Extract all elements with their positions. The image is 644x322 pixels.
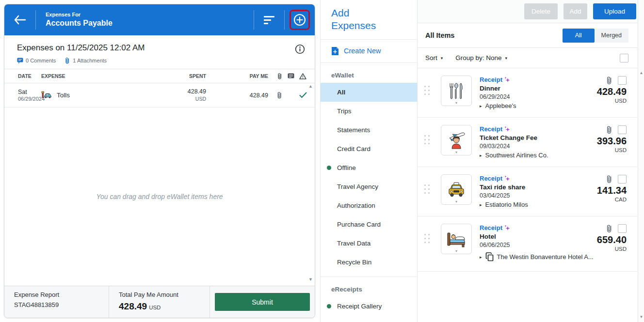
expense-type-selector[interactable]: ▾ xyxy=(441,125,472,155)
chevron-down-icon: ▾ xyxy=(441,56,443,61)
report-date-title: Expenses on 11/25/2025 12:02 AM xyxy=(17,43,145,53)
vendor-name: Applebee's xyxy=(485,102,516,109)
spent-amount: 428.49 xyxy=(162,88,206,96)
toggle-all[interactable]: All xyxy=(563,29,595,43)
paperclip-icon xyxy=(606,224,613,233)
green-status-dot xyxy=(327,166,331,170)
item-vendor-expander[interactable]: ▸ The Westin Bonaventure Hotel A... xyxy=(480,252,594,261)
item-vendor-expander[interactable]: ▸ Estiatorio Milos xyxy=(480,201,528,208)
chevron-right-icon: ▸ xyxy=(480,255,482,260)
upload-button[interactable]: Upload xyxy=(593,3,636,19)
report-footer: Expense Report STAG48813859 Total Pay Me… xyxy=(4,286,315,318)
document-plus-icon xyxy=(331,46,339,56)
expense-type-selector[interactable]: ▾ xyxy=(441,76,472,106)
back-button[interactable] xyxy=(4,15,35,25)
toggle-merged[interactable]: Merged xyxy=(595,29,628,43)
all-merged-toggle: All Merged xyxy=(563,29,628,43)
receipt-link[interactable]: Receipt xyxy=(480,175,528,182)
report-header: Expenses For Accounts Payable xyxy=(4,4,315,35)
expense-report-id: STAG48813859 xyxy=(14,301,109,308)
paperclip-icon xyxy=(606,76,613,85)
delete-button[interactable]: Delete xyxy=(524,3,558,19)
items-toolbar: Delete Add Upload xyxy=(418,0,644,23)
item-date: 06/06/2025 xyxy=(480,242,594,248)
sort-dropdown[interactable]: Sort ▾ xyxy=(425,54,443,61)
scroll-down-arrow[interactable]: ▼ xyxy=(639,315,644,319)
receipt-link[interactable]: Receipt xyxy=(480,224,594,231)
plus-circle-icon xyxy=(292,13,307,27)
copy-icon xyxy=(485,252,494,261)
chevron-down-icon: ▾ xyxy=(455,249,457,253)
airplane-traveler-icon xyxy=(447,131,466,150)
receipt-item-ticket-change-fee[interactable]: ▾ Receipt Ticket Change Fee 09/03/2024 ▸… xyxy=(418,118,637,167)
item-checkbox[interactable] xyxy=(618,125,627,134)
report-body: Expenses on 11/25/2025 12:02 AM 0 Commen… xyxy=(4,35,315,286)
drag-handle-icon[interactable] xyxy=(424,135,430,144)
spent-currency: USD xyxy=(162,96,206,102)
submit-button[interactable]: Submit xyxy=(215,293,310,311)
paperclip-icon xyxy=(606,175,613,184)
sidebar-item-recycle-bin[interactable]: Recycle Bin xyxy=(321,253,417,272)
item-amount: 393.96 xyxy=(597,136,627,147)
back-arrow-icon xyxy=(14,15,26,25)
drag-handle-icon[interactable] xyxy=(424,234,430,243)
item-vendor-expander[interactable]: ▸ Applebee's xyxy=(480,102,516,109)
attachments-count[interactable]: 1 Attachments xyxy=(64,57,107,64)
info-icon[interactable] xyxy=(295,44,305,54)
receipt-item-dinner[interactable]: ▾ Receipt Dinner 06/29/2024 ▸ Applebee's xyxy=(418,68,637,118)
sidebar-item-offline[interactable]: Offline xyxy=(321,158,417,177)
sidebar-item-receipt-gallery[interactable]: Receipt Gallery xyxy=(321,297,417,316)
item-vendor-expander[interactable]: ▸ Southwest Airlines Co. xyxy=(480,152,548,159)
row-attachment-icon[interactable] xyxy=(276,92,283,99)
create-new-button[interactable]: Create New xyxy=(321,40,417,62)
total-payme-label: Total Pay Me Amount xyxy=(119,291,209,298)
expense-date: 06/29/2024 xyxy=(18,96,41,102)
scroll-down-arrow[interactable]: ▼ xyxy=(308,277,313,282)
add-expenses-title: Add Expenses xyxy=(321,0,393,39)
receipt-link[interactable]: Receipt xyxy=(480,125,548,133)
item-currency: USD xyxy=(597,147,627,153)
item-checkbox[interactable] xyxy=(618,76,627,85)
item-date: 03/04/2025 xyxy=(480,192,528,199)
receipt-item-hotel[interactable]: ▾ Receipt Hotel 06/06/2025 ▸ The Westin … xyxy=(418,216,637,272)
create-new-label: Create New xyxy=(344,47,381,55)
drag-handle-icon[interactable] xyxy=(424,184,430,194)
group-by-dropdown[interactable]: Group by: None ▾ xyxy=(455,54,507,61)
expense-type-selector[interactable]: ▾ xyxy=(441,224,472,254)
item-checkbox[interactable] xyxy=(618,175,627,184)
sidebar-item-all[interactable]: All xyxy=(321,83,417,102)
receipt-link[interactable]: Receipt xyxy=(480,76,516,83)
sidebar-item-statements[interactable]: Statements xyxy=(321,121,417,139)
item-title: Hotel xyxy=(480,233,594,240)
item-amount: 659.40 xyxy=(597,234,627,245)
sidebar-item-travel-data[interactable]: Travel Data xyxy=(321,234,417,253)
comments-count[interactable]: 0 Comments xyxy=(17,58,56,63)
report-header-title: Accounts Payable xyxy=(46,18,254,29)
sidebar-item-travel-agency[interactable]: Travel Agency xyxy=(321,177,417,196)
green-status-dot xyxy=(327,304,331,308)
receipt-item-taxi-ride-share[interactable]: ▾ Receipt Taxi ride share 03/04/2025 ▸ E… xyxy=(418,167,637,216)
add-expense-button[interactable] xyxy=(285,4,315,35)
sidebar-item-trips[interactable]: Trips xyxy=(321,102,417,121)
items-scrollbar[interactable]: ▲ ▼ xyxy=(638,0,644,322)
sidebar-item-authorization[interactable]: Authorization xyxy=(321,196,417,215)
sidebar-item-credit-card[interactable]: Credit Card xyxy=(321,139,417,158)
expense-type-selector[interactable]: ▾ xyxy=(441,174,472,205)
ewallet-items-panel: Delete Add Upload All Items All Merged S… xyxy=(418,0,644,322)
sidebar-item-purchase-card[interactable]: Purchase Card xyxy=(321,215,417,234)
item-checkbox[interactable] xyxy=(618,224,627,233)
add-button[interactable]: Add xyxy=(564,3,587,19)
drag-handle-icon[interactable] xyxy=(424,86,430,95)
expense-row[interactable]: Sat 06/29/2024 Tolls xyxy=(4,83,315,107)
chevron-right-icon: ▸ xyxy=(480,104,482,108)
column-spent: SPENT xyxy=(162,73,206,79)
sort-expenses-button[interactable] xyxy=(254,4,284,35)
item-title: Dinner xyxy=(480,85,516,92)
select-all-checkbox[interactable] xyxy=(620,54,628,62)
ereceipts-section-header: eReceipts xyxy=(321,277,417,297)
item-currency: CAD xyxy=(597,197,627,202)
column-payme: PAY ME xyxy=(206,73,268,79)
expense-day: Sat xyxy=(18,89,41,96)
scroll-up-arrow[interactable]: ▲ xyxy=(308,84,313,89)
scroll-up-arrow[interactable]: ▲ xyxy=(639,71,644,75)
